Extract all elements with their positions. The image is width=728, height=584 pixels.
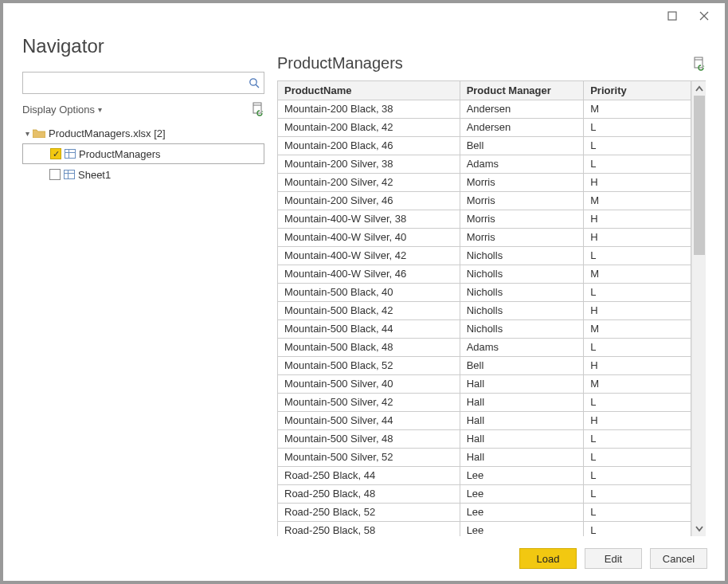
- right-pane: ProductManagers ProductNameProduct Manag…: [277, 29, 706, 536]
- search-input[interactable]: [23, 73, 245, 93]
- table-row[interactable]: Road-250 Black, 52LeeL: [278, 503, 691, 521]
- table-cell: Hall: [460, 374, 584, 393]
- cancel-button[interactable]: Cancel: [650, 548, 707, 569]
- display-options-dropdown[interactable]: Display Options ▾: [22, 104, 102, 116]
- table-cell: Morris: [460, 191, 584, 210]
- table-cell: Road-250 Black, 58: [278, 521, 460, 536]
- table-cell: L: [584, 393, 691, 411]
- titlebar: [3, 3, 725, 29]
- table-cell: H: [584, 173, 691, 191]
- preview-refresh-icon[interactable]: [693, 57, 706, 71]
- tree-root-label: ProductManagers.xlsx [2]: [49, 127, 166, 139]
- table-cell: Lee: [460, 503, 584, 521]
- table-row[interactable]: Mountain-200 Black, 42AndersenL: [278, 118, 691, 136]
- table-cell: Lee: [460, 484, 584, 503]
- preview-table-container: ProductNameProduct ManagerPriority Mount…: [277, 80, 706, 536]
- table-cell: Andersen: [460, 118, 584, 136]
- table-cell: Lee: [460, 466, 584, 484]
- svg-line-4: [256, 84, 259, 88]
- close-icon: [699, 11, 709, 21]
- table-cell: M: [584, 100, 691, 118]
- load-button[interactable]: Load: [519, 548, 577, 569]
- table-row[interactable]: Mountain-200 Silver, 46MorrisM: [278, 191, 691, 210]
- table-cell: Hall: [460, 411, 584, 429]
- table-row[interactable]: Mountain-400-W Silver, 40MorrisH: [278, 228, 691, 246]
- table-cell: Nicholls: [460, 283, 584, 301]
- scroll-down-arrow[interactable]: [695, 525, 704, 533]
- expand-toggle-icon[interactable]: ▾: [25, 129, 29, 138]
- table-cell: Mountain-500 Black, 52: [278, 356, 460, 374]
- svg-point-3: [250, 79, 256, 85]
- table-row[interactable]: Mountain-200 Silver, 38AdamsL: [278, 155, 691, 173]
- table-row[interactable]: Mountain-500 Black, 44NichollsM: [278, 319, 691, 338]
- table-icon: [64, 170, 75, 179]
- maximize-icon: [667, 11, 677, 21]
- table-cell: Bell: [460, 356, 584, 374]
- table-cell: L: [584, 155, 691, 173]
- edit-button[interactable]: Edit: [585, 548, 642, 569]
- table-row[interactable]: Road-250 Black, 48LeeL: [278, 484, 691, 503]
- table-cell: Nicholls: [460, 301, 584, 319]
- tree-item[interactable]: ✓ ProductManagers: [22, 143, 264, 164]
- table-cell: Nicholls: [460, 319, 584, 338]
- scroll-up-arrow[interactable]: [695, 84, 704, 92]
- table-cell: Mountain-500 Silver, 44: [278, 411, 460, 429]
- table-row[interactable]: Mountain-500 Black, 42NichollsH: [278, 301, 691, 319]
- table-cell: Bell: [460, 136, 584, 155]
- table-row[interactable]: Mountain-500 Black, 48AdamsL: [278, 338, 691, 356]
- table-row[interactable]: Road-250 Black, 44LeeL: [278, 466, 691, 484]
- table-cell: Mountain-500 Black, 48: [278, 338, 460, 356]
- options-row: Display Options ▾: [22, 102, 264, 116]
- refresh-icon[interactable]: [252, 102, 264, 116]
- table-row[interactable]: Mountain-500 Black, 40NichollsL: [278, 283, 691, 301]
- table-cell: Mountain-400-W Silver, 42: [278, 246, 460, 265]
- table-row[interactable]: Mountain-500 Silver, 48HallL: [278, 429, 691, 448]
- table-cell: Hall: [460, 448, 584, 466]
- table-row[interactable]: Mountain-500 Black, 52BellH: [278, 356, 691, 374]
- table-row[interactable]: Mountain-500 Silver, 40HallM: [278, 374, 691, 393]
- table-cell: Hall: [460, 429, 584, 448]
- checkbox[interactable]: [49, 169, 61, 180]
- table-cell: L: [584, 338, 691, 356]
- table-row[interactable]: Mountain-200 Black, 38AndersenM: [278, 100, 691, 118]
- column-header[interactable]: Product Manager: [460, 81, 584, 100]
- close-button[interactable]: [688, 5, 720, 27]
- table-row[interactable]: Mountain-500 Silver, 42HallL: [278, 393, 691, 411]
- vertical-scrollbar[interactable]: [691, 81, 706, 536]
- navigator-dialog: Navigator Display Options ▾ ▾: [0, 0, 728, 584]
- table-cell: Mountain-200 Black, 38: [278, 100, 460, 118]
- search-box[interactable]: [22, 72, 264, 94]
- column-header[interactable]: Priority: [584, 81, 691, 100]
- search-icon[interactable]: [245, 73, 264, 93]
- scrollbar-thumb[interactable]: [694, 96, 705, 255]
- table-row[interactable]: Mountain-400-W Silver, 42NichollsL: [278, 246, 691, 265]
- table-row[interactable]: Mountain-200 Silver, 42MorrisH: [278, 173, 691, 191]
- table-cell: M: [584, 374, 691, 393]
- tree-item[interactable]: Sheet1: [22, 164, 264, 185]
- table-row[interactable]: Mountain-400-W Silver, 38MorrisH: [278, 210, 691, 228]
- table-cell: M: [584, 319, 691, 338]
- checkbox[interactable]: ✓: [50, 148, 61, 159]
- table-cell: L: [584, 118, 691, 136]
- table-cell: Mountain-500 Silver, 52: [278, 448, 460, 466]
- table-cell: Mountain-200 Silver, 46: [278, 191, 460, 210]
- table-scroll[interactable]: ProductNameProduct ManagerPriority Mount…: [278, 81, 691, 536]
- table-row[interactable]: Mountain-500 Silver, 44HallH: [278, 411, 691, 429]
- column-header[interactable]: ProductName: [278, 81, 460, 100]
- content-area: Navigator Display Options ▾ ▾: [3, 29, 725, 536]
- table-cell: Mountain-400-W Silver, 38: [278, 210, 460, 228]
- table-row[interactable]: Road-250 Black, 58LeeL: [278, 521, 691, 536]
- svg-rect-0: [668, 12, 676, 20]
- table-cell: Adams: [460, 338, 584, 356]
- table-cell: Morris: [460, 210, 584, 228]
- tree-root-file[interactable]: ▾ ProductManagers.xlsx [2]: [22, 123, 264, 143]
- maximize-button[interactable]: [656, 5, 688, 27]
- table-cell: L: [584, 466, 691, 484]
- table-cell: L: [584, 246, 691, 265]
- table-row[interactable]: Mountain-500 Silver, 52HallL: [278, 448, 691, 466]
- table-cell: Nicholls: [460, 265, 584, 283]
- table-row[interactable]: Mountain-200 Black, 46BellL: [278, 136, 691, 155]
- table-cell: Nicholls: [460, 246, 584, 265]
- table-cell: H: [584, 210, 691, 228]
- table-row[interactable]: Mountain-400-W Silver, 46NichollsM: [278, 265, 691, 283]
